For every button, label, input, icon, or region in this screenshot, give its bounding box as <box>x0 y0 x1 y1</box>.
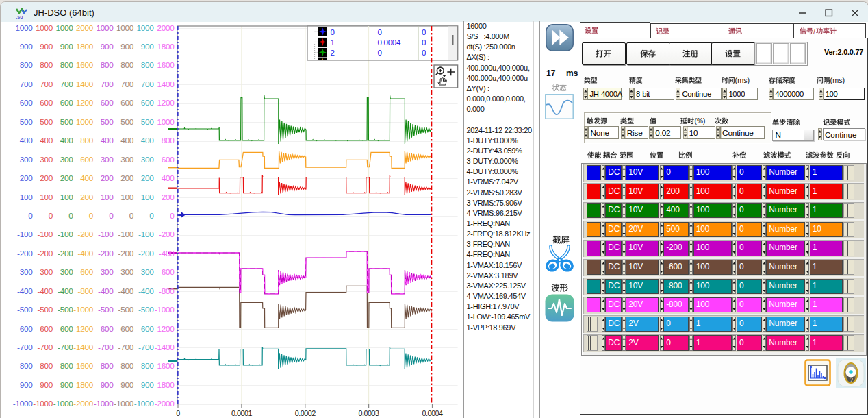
svg-text:0: 0 <box>331 27 335 36</box>
svg-text:0: 0 <box>378 48 382 57</box>
svg-text:0: 0 <box>422 27 426 36</box>
svg-text:0.0004: 0.0004 <box>422 409 443 417</box>
svg-text:0.0003: 0.0003 <box>359 409 380 417</box>
svg-text:2: 2 <box>331 48 335 57</box>
svg-text:0: 0 <box>176 409 180 417</box>
svg-text:0: 0 <box>422 48 426 57</box>
svg-text:0: 0 <box>422 38 426 47</box>
svg-text:0.0001: 0.0001 <box>231 409 253 417</box>
svg-text::so: :so <box>16 14 23 19</box>
svg-text:0.0004: 0.0004 <box>378 38 402 47</box>
svg-text:0: 0 <box>378 27 382 36</box>
svg-text:1: 1 <box>331 38 335 47</box>
svg-text:0.0002: 0.0002 <box>295 409 316 417</box>
